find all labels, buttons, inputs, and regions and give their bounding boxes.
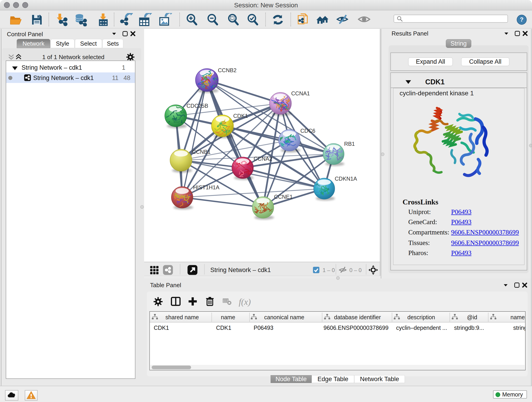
svg-text:RB1: RB1 — [344, 141, 355, 147]
svg-text:CCNA1: CCNA1 — [291, 90, 310, 96]
svg-text:CCNB1: CCNB1 — [192, 149, 210, 155]
svg-text:CCNA2: CCNA2 — [254, 156, 272, 162]
svg-text:?: ? — [520, 16, 524, 23]
svg-text:HIST1H1A: HIST1H1A — [193, 184, 220, 191]
svg-text:CDC25B: CDC25B — [186, 103, 208, 109]
svg-text:CCNE1: CCNE1 — [274, 194, 293, 200]
svg-text:CCNB2: CCNB2 — [218, 67, 236, 73]
svg-text:CDK1: CDK1 — [233, 113, 248, 119]
svg-text:CDKN1A: CDKN1A — [335, 176, 357, 182]
svg-text:CDC6: CDC6 — [300, 128, 315, 134]
